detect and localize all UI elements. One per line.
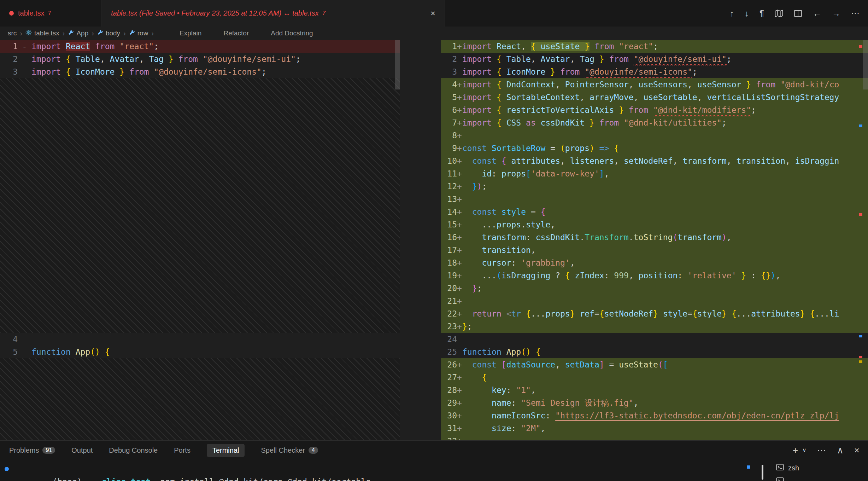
maximize-panel-icon[interactable]: ∧: [837, 446, 844, 455]
panel-tab-label: Problems: [9, 446, 39, 454]
breadcrumb-item-file[interactable]: table.tsx: [25, 29, 59, 37]
code-line[interactable]: 32+: [441, 435, 868, 440]
spell-checker-count-badge: 4: [309, 447, 318, 454]
code-line[interactable]: 18+ cursor: 'grabbing',: [441, 256, 868, 269]
code-line[interactable]: 30+ nameIconSrc: "https://lf3-static.byt…: [441, 409, 868, 422]
line-number: 23: [441, 320, 457, 333]
panel-tab-problems[interactable]: Problems 91: [9, 446, 55, 454]
breadcrumb: src › table.tsx › App › body › row › Exp…: [0, 27, 868, 40]
code-text: };: [462, 282, 868, 295]
panel-tab-terminal[interactable]: Terminal: [207, 444, 245, 457]
code-line[interactable]: 1+import React, { useState } from "react…: [441, 40, 868, 53]
panel-tab-spell-checker[interactable]: Spell Checker 4: [261, 446, 318, 454]
code-line[interactable]: 9+const SortableRow = (props) => {: [441, 142, 868, 155]
diff-sign: +: [457, 409, 462, 422]
code-line[interactable]: 27+ {: [441, 371, 868, 384]
back-icon[interactable]: ←: [813, 9, 821, 18]
code-line[interactable]: 13+: [441, 193, 868, 205]
scrollbar-thumb[interactable]: [395, 40, 400, 89]
prompt-cwd: cline-test: [101, 477, 150, 481]
explain-action[interactable]: Explain: [180, 29, 201, 37]
code-line[interactable]: 6+import { restrictToVerticalAxis } from…: [441, 104, 868, 116]
breadcrumb-item-body[interactable]: body: [97, 29, 120, 37]
code-line[interactable]: 15+ ...props.style,: [441, 218, 868, 231]
more-actions-icon[interactable]: ⋯: [851, 9, 860, 18]
code-line[interactable]: 16+ transform: cssDndKit.Transform.toStr…: [441, 231, 868, 244]
code-line[interactable]: 11+ id: props['data-row-key'],: [441, 167, 868, 180]
line-number: 8: [441, 129, 457, 142]
diff-sign: +: [457, 180, 462, 193]
tab-label: table.tsx (File Saved • February 23, 202…: [111, 9, 319, 17]
refactor-action[interactable]: Refactor: [223, 29, 249, 37]
close-icon[interactable]: ×: [420, 8, 435, 18]
code-line[interactable]: 2import { Table, Avatar, Tag } from "@do…: [0, 53, 400, 65]
panel-tab-label: Output: [71, 446, 93, 454]
breadcrumb-label: App: [76, 29, 88, 37]
code-line[interactable]: 12+ });: [441, 180, 868, 193]
code-text: const style = {: [462, 205, 868, 218]
previous-change-icon[interactable]: ↑: [730, 9, 734, 18]
modified-dot-icon[interactable]: [9, 11, 14, 16]
tab-diff-table-tsx[interactable]: table.tsx (File Saved • February 23, 202…: [102, 0, 445, 27]
diff-right-pane[interactable]: 1+import React, { useState } from "react…: [441, 40, 868, 440]
breadcrumb-item-row[interactable]: row: [129, 29, 148, 37]
close-panel-icon[interactable]: ×: [854, 446, 860, 455]
line-number: 17: [441, 244, 457, 256]
panel-more-actions-icon[interactable]: ⋯: [817, 446, 826, 455]
editor-split-sash[interactable]: [400, 40, 441, 440]
next-change-icon[interactable]: ↓: [745, 9, 749, 18]
code-line[interactable]: 4: [0, 333, 400, 346]
line-number: 31: [441, 422, 457, 435]
code-line[interactable]: 4+import { DndContext, PointerSensor, us…: [441, 78, 868, 91]
code-line[interactable]: 28+ key: "1",: [441, 384, 868, 396]
code-line[interactable]: 14+ const style = {: [441, 205, 868, 218]
code-line[interactable]: 17+ transition,: [441, 244, 868, 256]
code-line[interactable]: 7+import { CSS as cssDndKit } from "@dnd…: [441, 116, 868, 129]
scrollbar-thumb[interactable]: [863, 40, 868, 89]
terminal-tab-zsh[interactable]: zsh: [767, 461, 868, 475]
code-line[interactable]: 5function App() {: [0, 346, 400, 358]
terminal-view[interactable]: (base) → cline-test npm install @dnd-kit…: [0, 460, 868, 481]
code-line[interactable]: 3import { IconMore } from "@douyinfe/sem…: [441, 65, 868, 78]
code-line[interactable]: 22+ return <tr {...props} ref={setNodeRe…: [441, 307, 868, 320]
code-line[interactable]: 3import { IconMore } from "@douyinfe/sem…: [0, 65, 400, 78]
diff-sign: [457, 65, 462, 78]
code-line[interactable]: 8+: [441, 129, 868, 142]
add-docstring-action[interactable]: Add Docstring: [271, 29, 313, 37]
code-line[interactable]: 21+: [441, 295, 868, 307]
new-terminal-icon[interactable]: +: [793, 446, 798, 455]
diff-sign: +: [457, 104, 462, 116]
tab-table-tsx[interactable]: table.tsx 7: [0, 0, 102, 27]
code-line[interactable]: 26+ const [dataSource, setData] = useSta…: [441, 358, 868, 371]
code-line[interactable]: 24: [441, 333, 868, 346]
code-line[interactable]: 10+ const { attributes, listeners, setNo…: [441, 155, 868, 167]
command-decoration-icon[interactable]: [5, 467, 9, 471]
ruler-mark: [859, 213, 862, 216]
diff-left-pane[interactable]: 1-import React from "react";2import { Ta…: [0, 40, 400, 440]
split-editor-icon[interactable]: [794, 9, 802, 18]
diff-left-lines: 1-import React from "react";2import { Ta…: [0, 40, 400, 440]
code-line[interactable]: 20+ };: [441, 282, 868, 295]
forward-icon[interactable]: →: [832, 9, 840, 18]
code-line[interactable]: 23+};: [441, 320, 868, 333]
map-icon[interactable]: [775, 9, 783, 18]
code-line[interactable]: 2import { Table, Avatar, Tag } from "@do…: [441, 53, 868, 65]
code-text: [462, 129, 868, 142]
terminal-profile-chevron-icon[interactable]: ∨: [802, 447, 807, 453]
code-line[interactable]: 29+ name: "Semi Design 设计稿.fig",: [441, 396, 868, 409]
code-line[interactable]: 1-import React from "react";: [0, 40, 400, 53]
whitespace-toggle-icon[interactable]: ¶: [760, 9, 764, 18]
code-line[interactable]: 31+ size: "2M",: [441, 422, 868, 435]
panel-tab-debug-console[interactable]: Debug Console: [109, 446, 158, 454]
terminal-tabs-scrollbar[interactable]: [762, 465, 763, 480]
terminal-tab-secondary[interactable]: [767, 475, 868, 481]
code-line[interactable]: 19+ ...(isDragging ? { zIndex: 999, posi…: [441, 269, 868, 282]
code-line[interactable]: 5+import { SortableContext, arrayMove, u…: [441, 91, 868, 104]
code-line[interactable]: 25function App() {: [441, 346, 868, 358]
panel-tab-output[interactable]: Output: [71, 446, 93, 454]
breadcrumb-item-src[interactable]: src: [8, 29, 17, 37]
breadcrumb-item-app[interactable]: App: [68, 29, 88, 37]
breadcrumb-label: src: [8, 29, 17, 37]
panel-tab-ports[interactable]: Ports: [174, 446, 190, 454]
terminal-icon: [776, 477, 784, 481]
